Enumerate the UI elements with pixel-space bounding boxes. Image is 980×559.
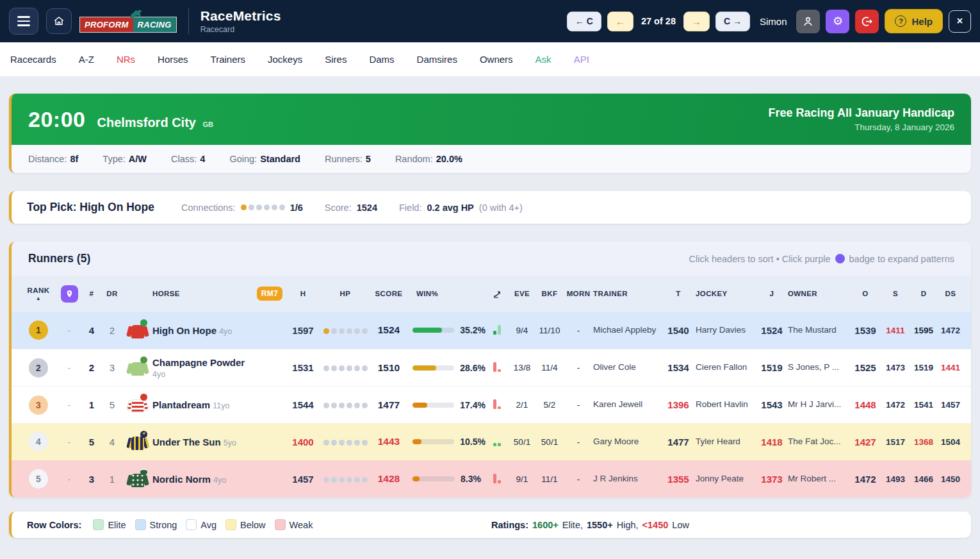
jockey-name[interactable]: Harry Davies <box>696 325 756 336</box>
owner-name[interactable]: The Mustard <box>788 325 849 336</box>
col-j[interactable]: J <box>756 290 788 297</box>
owner-name[interactable]: Mr Robert ... <box>788 474 849 485</box>
trainer-name[interactable]: Karen Jewell <box>593 399 661 410</box>
col-win[interactable]: WIN% <box>409 290 486 297</box>
win-bar <box>412 403 454 408</box>
horse-name[interactable]: Plantadream <box>152 399 210 410</box>
runner-row[interactable]: 4 - 5 4 Under The Sun 5yo 1400 1443 10.5… <box>12 423 971 460</box>
race-counter: 27 of 28 <box>641 16 676 26</box>
bkf-odds: 11/10 <box>535 326 564 335</box>
menu-button[interactable] <box>9 8 38 35</box>
random-label: Random: <box>395 154 433 164</box>
owner-name[interactable]: S Jones, P ... <box>788 362 849 373</box>
runners-card: Runners (5) Click headers to sort • Clic… <box>9 242 971 497</box>
nav-racecards[interactable]: Racecards <box>10 54 56 65</box>
trend-column-icon[interactable] <box>486 290 509 298</box>
jockey-name[interactable]: Robert Havlin <box>696 399 756 410</box>
runner-row[interactable]: 2 - 2 3 Champagne Powder 4yo 1531 1510 2… <box>12 349 971 386</box>
col-jockey[interactable]: JOCKEY <box>696 290 756 297</box>
nav-api[interactable]: API <box>574 54 589 65</box>
proform-racing-logo[interactable]: PROFORM RACING <box>79 10 177 33</box>
race-course: Chelmsford City <box>97 115 195 129</box>
trainer-name[interactable]: Gary Moore <box>593 437 661 447</box>
map-pin-icon <box>61 285 78 303</box>
col-o[interactable]: O <box>849 290 881 297</box>
owner-name[interactable]: The Fat Joc... <box>788 437 849 447</box>
col-rm7[interactable]: RM7 <box>255 289 284 298</box>
col-rank[interactable]: RANK▲ <box>20 287 56 301</box>
prev-race-button[interactable]: ← <box>607 12 633 31</box>
win-bar <box>412 328 454 333</box>
settings-button[interactable]: ⚙ <box>826 10 849 33</box>
trainer-name[interactable]: J R Jenkins <box>593 474 661 485</box>
col-t[interactable]: T <box>661 290 696 297</box>
dam-rating: 1466 <box>910 474 938 484</box>
rm7-badge: RM7 <box>257 287 283 301</box>
nav-a-z[interactable]: A-Z <box>79 54 94 65</box>
close-button[interactable]: × <box>949 10 971 33</box>
nav-ask[interactable]: Ask <box>535 54 551 65</box>
col-h[interactable]: H <box>284 290 322 297</box>
field-label: Field: <box>399 203 421 213</box>
jockey-name[interactable]: Jonny Peate <box>696 474 756 485</box>
trainer-name[interactable]: Michael Appleby <box>593 325 661 336</box>
win-pct: 28.6% <box>460 363 486 373</box>
nav-damsires[interactable]: Damsires <box>417 54 457 65</box>
nav-jockeys[interactable]: Jockeys <box>268 54 302 65</box>
col-morn[interactable]: MORN <box>564 290 593 297</box>
horse-name[interactable]: High On Hope <box>152 325 216 336</box>
draw: 1 <box>101 474 123 485</box>
jockey-name[interactable]: Cieren Fallon <box>696 362 756 373</box>
col-d[interactable]: D <box>910 290 938 297</box>
col-owner[interactable]: OWNER <box>788 290 849 297</box>
morn-odds: - <box>564 437 593 447</box>
col-bkf[interactable]: BKF <box>535 290 564 297</box>
jockey-rating: 1373 <box>756 474 788 485</box>
col-ds[interactable]: DS <box>938 290 963 297</box>
win-pct: 8.3% <box>461 474 481 484</box>
col-score[interactable]: SCORE <box>369 290 409 297</box>
horse-name[interactable]: Champagne Powder <box>152 357 245 368</box>
nav-owners[interactable]: Owners <box>480 54 513 65</box>
logout-button[interactable] <box>855 10 879 33</box>
jockey-silk-icon <box>126 394 149 414</box>
below-swatch <box>225 519 236 530</box>
going-value: Standard <box>260 154 300 164</box>
runner-row[interactable]: 1 - 4 2 High On Hope 4yo 1597 1524 35.2%… <box>12 312 971 349</box>
score: 1510 <box>369 362 409 374</box>
nav-horses[interactable]: Horses <box>158 54 188 65</box>
next-course-button[interactable]: C → <box>715 12 750 31</box>
col-horse[interactable]: HORSE <box>152 290 255 297</box>
jockey-name[interactable]: Tyler Heard <box>696 437 756 447</box>
home-button[interactable] <box>46 8 72 34</box>
col-eve[interactable]: EVE <box>509 290 535 297</box>
distance-value: 8f <box>70 154 78 164</box>
next-race-button[interactable]: → <box>683 12 710 31</box>
col-s[interactable]: S <box>881 290 910 297</box>
nav-dams[interactable]: Dams <box>369 54 394 65</box>
owner-name[interactable]: Mr H J Jarvi... <box>788 399 849 410</box>
distance-label: Distance: <box>28 154 67 164</box>
nav-sires[interactable]: Sires <box>325 54 347 65</box>
help-button[interactable]: ? Help <box>885 9 943 33</box>
runner-row[interactable]: 3 - 1 5 Plantadream 11yo 1544 1477 17.4%… <box>12 386 971 423</box>
horse-name[interactable]: Under The Sun <box>152 437 221 447</box>
sire-rating: 1472 <box>881 400 910 410</box>
nav-trainers[interactable]: Trainers <box>211 54 245 65</box>
runners-value: 5 <box>366 154 371 164</box>
col-trainer[interactable]: TRAINER <box>593 290 661 297</box>
nav-nrs[interactable]: NRs <box>117 54 135 65</box>
col-number[interactable]: # <box>82 290 101 297</box>
col-hp[interactable]: HP <box>322 290 369 297</box>
prev-course-button[interactable]: ← C <box>567 12 601 31</box>
trainer-name[interactable]: Oliver Cole <box>593 362 661 373</box>
account-button[interactable] <box>796 10 820 33</box>
horse-name[interactable]: Nordic Norm <box>152 474 211 485</box>
col-draw[interactable]: DR <box>101 290 123 297</box>
bkf-odds: 5/2 <box>535 400 564 410</box>
elite-swatch <box>93 519 104 530</box>
col-pattern-badge[interactable] <box>56 285 82 303</box>
runner-row[interactable]: 5 - 3 1 Nordic Norm 4yo 1457 1428 8.3% 9… <box>12 460 971 497</box>
eve-odds: 50/1 <box>509 437 535 447</box>
dam-rating: 1541 <box>910 400 938 410</box>
